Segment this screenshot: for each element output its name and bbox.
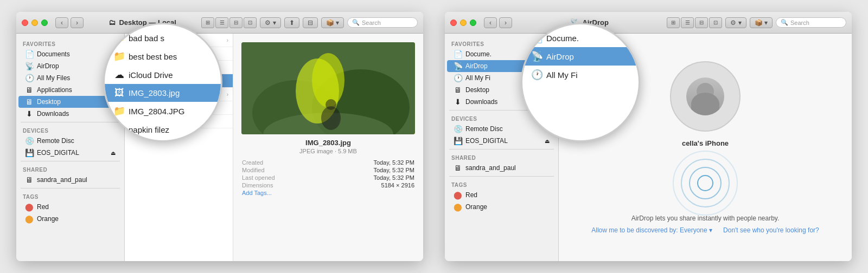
avatar-content [686,77,724,115]
back-button-1[interactable]: ‹ [55,17,68,28]
sandrapaul-icon-1: 🖥 [25,176,34,184]
sidebar-item-eosdigital-2[interactable]: 💾 EOS_DIGITAL ⏏ [447,135,556,147]
device-avatar [686,77,724,115]
sidebar-item-orange-1[interactable]: ⬤ Orange [18,213,122,225]
search-bar-2[interactable]: 🔍 Search [776,17,846,28]
device-circle [670,61,741,132]
devices-label-1: Devices [16,125,124,135]
toolbar-right-2: ⊞ ☰ ⊟ ⊡ ⚙ ▾ 📦 ▾ 🔍 Search [667,17,846,28]
eject-icon-1[interactable]: ⏏ [111,150,116,156]
downloads-icon-2: ⬇ [454,98,462,106]
eject-icon-2[interactable]: ⏏ [545,138,550,144]
red-tag-icon-2: ⬤ [454,191,462,199]
finder-window-1: ‹ › 🗂 Desktop — Local ⊞ ☰ ⊟ ⊡ ⚙ ▾ ⬆ ⊟ 📦 … [16,12,423,261]
sidebar-item-remotedisc-1[interactable]: 💿 Remote Disc [18,135,122,147]
action-button-2[interactable]: ⚙ ▾ [725,17,746,28]
remotedisc-icon-1: 💿 [25,136,34,145]
search-icon-2: 🔍 [781,19,788,26]
nav-buttons-2: ‹ › [484,17,512,28]
action-button-1[interactable]: ⚙ ▾ [260,17,280,28]
folder-icon: 📁 [113,105,125,117]
sandrapaul-icon-2: 🖥 [454,164,462,172]
maximize-button-1[interactable] [41,20,48,26]
svg-point-7 [326,99,336,110]
search-bar-1[interactable]: 🔍 Search [347,17,418,28]
toolbar-right-1: ⊞ ☰ ⊟ ⊡ ⚙ ▾ ⬆ ⊟ 📦 ▾ 🔍 Search [201,17,418,28]
grid-view-button-2[interactable]: ⊞ [667,17,680,28]
mag-item-img2804[interactable]: 📁 IMG_2804.JPG [105,102,221,120]
airdrop-icon-2: 📡 [454,62,462,70]
maximize-button-2[interactable] [470,20,476,26]
title-icon-1: 🗂 [108,18,116,27]
close-button-2[interactable] [450,20,457,26]
airdrop-icon-mag: 📡 [531,50,543,62]
shared-label-1: Shared [16,164,124,174]
magnifier-2: 📄 Docume. 📡 AirDrop 🕐 All My Fi [521,23,640,142]
no-see-link[interactable]: Don't see who you're looking for? [723,226,819,234]
svg-point-5 [312,53,344,107]
radar-ring-4 [673,151,738,216]
back-button-2[interactable]: ‹ [484,17,497,28]
sidebar-item-red-1[interactable]: ⬤ Red [18,201,122,213]
allow-discovery-link[interactable]: Allow me to be discovered by: Everyone ▾ [591,226,712,234]
sidebar-item-sandrapaul-2[interactable]: 🖥 sandra_and_paul [447,162,556,174]
avatar-body [691,93,719,115]
mag-item-best[interactable]: 📁 best best bes [105,47,221,66]
close-button-1[interactable] [22,20,28,26]
divider-2 [21,161,120,161]
magnifier-content-1: 📁 bad bad s 📁 best best bes ☁ iCloud Dri… [105,24,221,142]
cover-view-button-2[interactable]: ⊡ [709,17,722,28]
sidebar-item-orange-2[interactable]: ⬤ Orange [447,201,556,213]
add-tags-row[interactable]: Add Tags... [242,189,414,197]
connect-button-1[interactable]: ⊟ [303,17,318,28]
created-row: Created Today, 5:32 PM [242,159,414,166]
list-view-button-1[interactable]: ☰ [215,17,228,28]
minimize-button-1[interactable] [31,20,38,26]
dropbox-button-2[interactable]: 📦 ▾ [750,17,773,28]
preview-details-1: Created Today, 5:32 PM Modified Today, 5… [242,159,414,197]
airdrop-icon-1: 📡 [25,62,34,70]
mag-item-allmyfiles-2[interactable]: 🕐 All My Fi [522,66,639,84]
grid-view-button-1[interactable]: ⊞ [201,17,214,28]
modified-row: Modified Today, 5:32 PM [242,166,414,174]
search-placeholder-2: Search [790,20,809,26]
columns-view-button-1[interactable]: ⊟ [229,17,242,28]
mag-item-img2803[interactable]: 🖼 IMG_2803.jpg [105,84,221,102]
airdrop-radar [673,156,738,210]
dimensions-row: Dimensions 5184 × 2916 [242,181,414,189]
downloads-icon-1: ⬇ [25,109,34,118]
sidebar-item-red-2[interactable]: ⬤ Red [447,189,556,201]
arrow-icon: › [227,37,228,43]
finder-window-2: ‹ › 📡 AirDrop ⊞ ☰ ⊟ ⊡ ⚙ ▾ 📦 ▾ 🔍 Search F [445,12,852,261]
eosdigital-icon-1: 💾 [25,148,34,157]
applications-icon-1: 🖥 [25,86,34,94]
preview-image-1 [241,42,415,134]
airdrop-body: Favorites 📄 Docume. 📡 AirDrop 🕐 All My F… [445,34,852,261]
remotedisc-icon-2: 💿 [454,125,462,133]
favorites-label-1: Favorites [16,38,124,48]
documents-icon-2: 📄 [454,50,462,58]
nav-buttons-1: ‹ › [55,17,84,28]
sidebar-item-downloads-1[interactable]: ⬇ Downloads [18,108,122,120]
eosdigital-icon-2: 💾 [454,136,462,145]
sidebar-item-documents-1[interactable]: 📄 Documents [18,48,122,60]
view-buttons-2: ⊞ ☰ ⊟ ⊡ [667,17,722,28]
cover-view-button-1[interactable]: ⊡ [244,17,257,28]
sidebar-item-eosdigital-1[interactable]: 💾 EOS_DIGITAL ⏏ [18,147,122,159]
share-button-1[interactable]: ⬆ [284,17,299,28]
forward-button-1[interactable]: › [71,17,84,28]
forward-button-2[interactable]: › [499,17,512,28]
mag-item-airdrop-2[interactable]: 📡 AirDrop [522,47,639,66]
list-view-button-2[interactable]: ☰ [681,17,694,28]
minimize-button-2[interactable] [460,20,467,26]
mag-item-icloud[interactable]: ☁ iCloud Drive [105,66,221,84]
divider-5 [449,149,554,150]
traffic-lights-1 [22,20,48,26]
red-tag-icon-1: ⬤ [25,203,34,211]
columns-view-button-2[interactable]: ⊟ [695,17,708,28]
dropbox-button-1[interactable]: 📦 ▾ [321,17,344,28]
preview-filetype-1: JPEG image · 5.9 MB [299,148,357,154]
sidebar-item-sandrapaul-1[interactable]: 🖥 sandra_and_paul [18,174,122,186]
device-name: cella's iPhone [682,139,729,147]
orange-tag-icon-2: ⬤ [454,203,462,211]
